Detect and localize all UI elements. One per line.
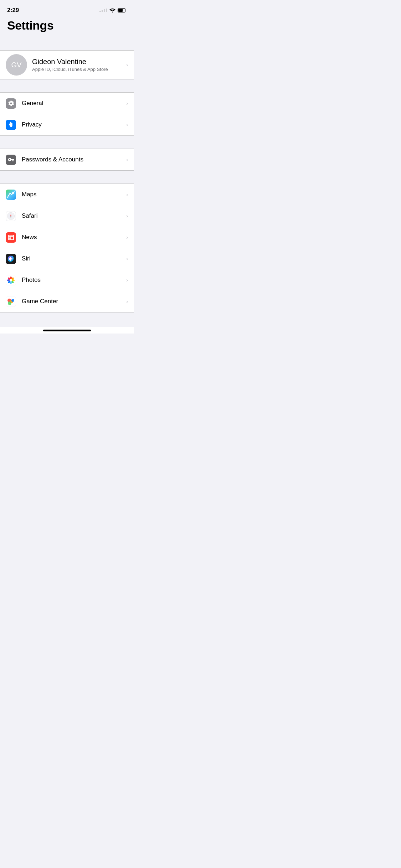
status-time: 2:29 <box>7 7 19 14</box>
status-bar: 2:29 <box>0 0 134 16</box>
maps-label: Maps <box>22 191 126 198</box>
profile-subtitle: Apple ID, iCloud, iTunes & App Store <box>32 67 126 72</box>
profile-section: GV Gideon Valentine Apple ID, iCloud, iT… <box>0 50 134 79</box>
general-icon <box>6 98 16 109</box>
safari-icon <box>6 211 16 221</box>
chevron-icon: › <box>126 299 128 304</box>
home-bar <box>43 330 91 331</box>
chevron-icon: › <box>126 256 128 262</box>
chevron-icon: › <box>126 277 128 283</box>
sidebar-item-maps[interactable]: Maps › <box>0 184 134 205</box>
sidebar-item-general[interactable]: General › <box>0 93 134 114</box>
battery-icon <box>118 8 127 12</box>
profile-row[interactable]: GV Gideon Valentine Apple ID, iCloud, iT… <box>0 51 134 79</box>
general-privacy-section: General › Privacy › <box>0 92 134 136</box>
svg-point-38 <box>10 279 12 281</box>
section-gap-1 <box>0 79 134 92</box>
chevron-icon: › <box>126 100 128 106</box>
home-indicator <box>0 327 134 334</box>
status-icons <box>99 8 127 12</box>
section-gap-3 <box>0 171 134 184</box>
passwords-icon <box>6 155 16 165</box>
passwords-section: Passwords & Accounts › <box>0 149 134 171</box>
photos-icon <box>6 275 16 285</box>
general-label: General <box>22 100 126 107</box>
svg-rect-3 <box>6 190 16 200</box>
chevron-icon: › <box>126 213 128 219</box>
signal-icon <box>99 9 107 12</box>
news-icon <box>6 232 16 243</box>
profile-name: Gideon Valentine <box>32 58 126 66</box>
privacy-icon <box>6 120 16 130</box>
sidebar-item-safari[interactable]: Safari › <box>0 205 134 227</box>
sidebar-item-photos[interactable]: Photos › <box>0 269 134 291</box>
svg-rect-16 <box>9 236 13 236</box>
privacy-label: Privacy <box>22 121 126 128</box>
section-gap-2 <box>0 136 134 149</box>
svg-rect-20 <box>11 237 13 239</box>
chevron-icon: › <box>126 157 128 162</box>
svg-rect-19 <box>9 239 11 239</box>
svg-rect-2 <box>118 9 123 12</box>
svg-rect-18 <box>9 238 11 238</box>
svg-rect-17 <box>9 237 11 237</box>
profile-info: Gideon Valentine Apple ID, iCloud, iTune… <box>32 58 126 72</box>
siri-icon <box>6 254 16 264</box>
svg-point-4 <box>12 192 14 194</box>
news-label: News <box>22 234 126 241</box>
svg-point-43 <box>11 299 14 302</box>
wifi-icon <box>109 8 115 12</box>
sidebar-item-privacy[interactable]: Privacy › <box>0 114 134 135</box>
apps-section: Maps › Safari › <box>0 184 134 312</box>
siri-label: Siri <box>22 255 126 262</box>
svg-point-42 <box>8 301 11 305</box>
page-title: Settings <box>0 16 134 37</box>
chevron-icon: › <box>126 62 128 68</box>
sidebar-item-news[interactable]: News › <box>0 227 134 248</box>
sidebar-item-siri[interactable]: Siri › <box>0 248 134 269</box>
chevron-icon: › <box>126 234 128 240</box>
gamecenter-label: Game Center <box>22 298 126 305</box>
gamecenter-icon <box>6 296 16 307</box>
sidebar-item-passwords[interactable]: Passwords & Accounts › <box>0 149 134 170</box>
photos-label: Photos <box>22 277 126 284</box>
section-gap-top <box>0 37 134 50</box>
chevron-icon: › <box>126 192 128 197</box>
passwords-label: Passwords & Accounts <box>22 156 126 163</box>
sidebar-item-gamecenter[interactable]: Game Center › <box>0 291 134 312</box>
maps-icon <box>6 190 16 200</box>
svg-point-0 <box>112 12 113 13</box>
chevron-icon: › <box>126 122 128 128</box>
avatar: GV <box>6 54 27 76</box>
safari-label: Safari <box>22 212 126 219</box>
